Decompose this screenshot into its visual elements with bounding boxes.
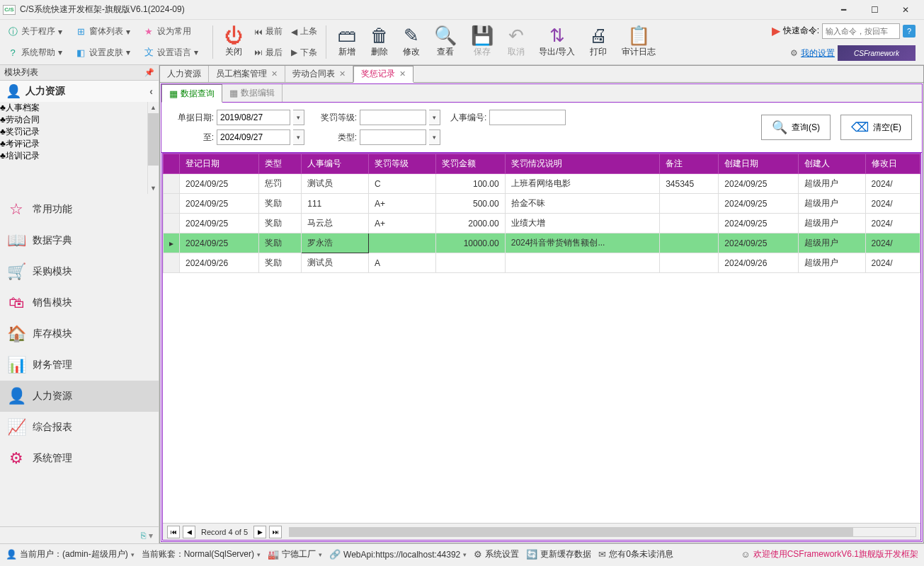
cell-memo[interactable]	[660, 233, 719, 253]
cell-type[interactable]: 奖励	[259, 214, 302, 233]
setlang-menu[interactable]: 文设置语言▾	[140, 45, 201, 60]
cell-desc[interactable]: 业绩大增	[505, 214, 659, 233]
cell-mdate[interactable]: 2024/	[865, 174, 920, 194]
setskin-menu[interactable]: ◧设置皮肤▾	[72, 45, 133, 60]
col-6[interactable]: 备注	[660, 154, 719, 174]
formlist-menu[interactable]: ⊞窗体列表▾	[72, 24, 133, 39]
status-account[interactable]: 当前账套：Normal(SqlServer)▾	[142, 548, 261, 560]
tree-item-1[interactable]: ♣劳动合同	[0, 114, 147, 126]
cell-date[interactable]: 2024/09/25	[180, 194, 259, 214]
table-row[interactable]: 2024/09/26奖励测试员A2024/09/26超级用户2024/	[164, 253, 920, 273]
cell-desc[interactable]: 2024抖音带货销售额创...	[505, 233, 659, 253]
cmd-input[interactable]	[822, 23, 900, 39]
cell-cdate[interactable]: 2024/09/25	[719, 233, 798, 253]
data-grid[interactable]: 登记日期类型人事编号奖罚等级奖罚金额奖罚情况说明备注创建日期创建人修改日 202…	[163, 154, 920, 523]
cell-date[interactable]: 2024/09/26	[180, 253, 259, 273]
cell-creator[interactable]: 超级用户	[798, 174, 865, 194]
maximize-button[interactable]: ☐	[859, 0, 890, 20]
cell-cdate[interactable]: 2024/09/25	[719, 214, 798, 233]
clear-button[interactable]: ⌫清空(E)	[840, 115, 912, 140]
cell-memo[interactable]: 345345	[660, 174, 719, 194]
cell-type[interactable]: 奖励	[259, 194, 302, 214]
cell-date[interactable]: 2024/09/25	[180, 233, 259, 253]
cell-mdate[interactable]: 2024/	[865, 233, 920, 253]
nav-last[interactable]: ⏭最后	[250, 46, 287, 59]
module-6[interactable]: 👤人力资源	[0, 381, 159, 412]
pin-icon[interactable]: 📌	[144, 68, 154, 77]
date-to-input[interactable]	[217, 129, 290, 145]
tree-item-0[interactable]: ♣人事档案	[0, 102, 147, 114]
status-cache[interactable]: 🔄更新缓存数据	[526, 548, 591, 560]
add-button[interactable]: 🗃新增	[331, 21, 363, 63]
cell-type[interactable]: 惩罚	[259, 174, 302, 194]
module-3[interactable]: 🛍销售模块	[0, 287, 159, 318]
tab-close-icon[interactable]: ✕	[339, 69, 346, 79]
setdefault-menu[interactable]: ★设为常用	[140, 24, 201, 39]
tree-item-4[interactable]: ♣培训记录	[0, 150, 147, 162]
cell-amount[interactable]: 100.00	[435, 174, 505, 194]
cell-memo[interactable]	[660, 214, 719, 233]
cell-cdate[interactable]: 2024/09/25	[719, 194, 798, 214]
edit-button[interactable]: ✎修改	[396, 21, 427, 63]
nav-next[interactable]: ▶下条	[287, 46, 321, 59]
table-row[interactable]: ▸2024/09/25奖励罗永浩10000.002024抖音带货销售额创...2…	[164, 233, 920, 253]
cell-desc[interactable]: 拾金不昧	[505, 194, 659, 214]
col-1[interactable]: 类型	[259, 154, 302, 174]
copy-icon[interactable]: ⎘	[141, 531, 146, 541]
status-msg[interactable]: ✉您有0条未读消息	[598, 548, 673, 560]
cell-type[interactable]: 奖励	[259, 233, 302, 253]
col-2[interactable]: 人事编号	[302, 154, 369, 174]
cell-hrno[interactable]: 测试员	[302, 174, 369, 194]
cell-hrno[interactable]: 111	[302, 194, 369, 214]
module-0[interactable]: ☆常用功能	[0, 194, 159, 225]
close-window-button[interactable]: ✕	[890, 0, 921, 20]
pager-last[interactable]: ⏭	[269, 526, 282, 538]
subtab-edit[interactable]: ▦数据编辑	[222, 84, 283, 102]
doc-tab-1[interactable]: 员工档案管理✕	[209, 66, 285, 82]
cell-creator[interactable]: 超级用户	[798, 233, 865, 253]
print-button[interactable]: 🖨打印	[582, 21, 615, 63]
date-to-drop[interactable]: ▾	[293, 129, 304, 145]
date-from-drop[interactable]: ▾	[293, 110, 304, 125]
cell-creator[interactable]: 超级用户	[798, 253, 865, 273]
module-title[interactable]: 👤 人力资源 ‹	[0, 81, 159, 102]
level-select[interactable]	[360, 110, 426, 125]
nav-prev[interactable]: ◀上条	[287, 25, 321, 38]
cell-mdate[interactable]: 2024/	[865, 194, 920, 214]
about-menu[interactable]: ⓘ关于程序▾	[4, 24, 65, 39]
cell-cdate[interactable]: 2024/09/25	[719, 174, 798, 194]
minimize-button[interactable]: ━	[828, 0, 859, 20]
auditlog-button[interactable]: 📋审计日志	[615, 21, 663, 63]
cell-desc[interactable]: 上班看网络电影	[505, 174, 659, 194]
tree-item-2[interactable]: ♣奖罚记录	[0, 126, 147, 138]
cell-memo[interactable]	[660, 253, 719, 273]
delete-button[interactable]: 🗑删除	[363, 21, 396, 63]
table-row[interactable]: 2024/09/25惩罚测试员C100.00上班看网络电影3453452024/…	[164, 174, 920, 194]
cell-hrno[interactable]: 测试员	[302, 253, 369, 273]
cell-level[interactable]	[369, 233, 436, 253]
cell-amount[interactable]	[435, 253, 505, 273]
module-7[interactable]: 📈综合报表	[0, 412, 159, 443]
cell-creator[interactable]: 超级用户	[798, 194, 865, 214]
import-export-button[interactable]: ⇅导出/导入	[532, 21, 582, 63]
tab-close-icon[interactable]: ✕	[271, 69, 278, 79]
type-select[interactable]	[360, 129, 426, 145]
subtab-query[interactable]: ▦数据查询	[161, 84, 222, 103]
status-factory[interactable]: 🏭宁德工厂▾	[268, 548, 322, 560]
col-5[interactable]: 奖罚情况说明	[505, 154, 659, 174]
cell-amount[interactable]: 2000.00	[435, 214, 505, 233]
module-8[interactable]: ⚙系统管理	[0, 443, 159, 474]
level-drop[interactable]: ▾	[429, 110, 440, 125]
syshelp-menu[interactable]: ?系统帮助▾	[4, 45, 65, 60]
cmd-help-button[interactable]: ?	[903, 25, 916, 37]
cell-memo[interactable]	[660, 194, 719, 214]
tree-item-3[interactable]: ♣考评记录	[0, 138, 147, 150]
module-4[interactable]: 🏠库存模块	[0, 318, 159, 350]
status-webapi[interactable]: 🔗WebApi:https://localhost:44392▾	[329, 549, 467, 560]
module-2[interactable]: 🛒采购模块	[0, 256, 159, 287]
cell-amount[interactable]: 500.00	[435, 194, 505, 214]
nav-first[interactable]: ⏮最前	[250, 25, 287, 38]
pager-first[interactable]: ⏮	[167, 526, 180, 538]
cell-level[interactable]: A+	[369, 214, 436, 233]
col-3[interactable]: 奖罚等级	[369, 154, 436, 174]
